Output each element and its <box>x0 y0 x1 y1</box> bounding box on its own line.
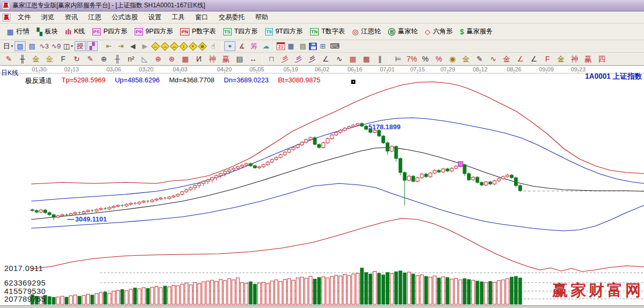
kline-chart-canvas[interactable] <box>0 66 644 308</box>
title-bar[interactable]: 赢 赢家江恩专业版[赢家内部服务平台] - [上证指数 SH1A0001-167… <box>0 0 644 11</box>
circle-ruler-icon[interactable]: ⊕ <box>98 54 110 64</box>
save-icon[interactable] <box>309 43 317 50</box>
feature-t-table-button[interactable]: TNT数字表 <box>306 26 349 38</box>
menu-item-3[interactable]: 江恩 <box>83 11 106 23</box>
pattern-mode-icon[interactable]: ▨ <box>15 41 26 51</box>
ruler-123-icon[interactable]: ▤ <box>233 54 246 64</box>
chart-area[interactable]: 01-3002-1303-0603-2004-0304-2005-0505-19… <box>0 66 644 308</box>
export-icon[interactable]: ⊞ <box>317 41 328 51</box>
feature-9t-square-button[interactable]: T99T四方形 <box>261 26 306 38</box>
menu-item-8[interactable]: 交易委托 <box>213 11 250 23</box>
diamond-vspan-button[interactable]: ↕ <box>180 42 188 51</box>
ying-tool-icon[interactable]: 赢 <box>220 54 232 64</box>
gold-red-icon[interactable]: 金 <box>500 54 513 64</box>
period-day-button[interactable]: 日 <box>3 41 14 51</box>
shen-angle-icon[interactable]: 神 <box>568 54 581 64</box>
box-frame-icon[interactable]: ⊓ <box>265 54 278 64</box>
angle-measure-icon[interactable]: ∡ <box>236 41 247 51</box>
n-mark-icon[interactable]: И <box>193 54 205 64</box>
crosshair-button[interactable]: + <box>224 41 235 51</box>
menu-item-4[interactable]: 公式选股 <box>106 11 143 23</box>
shen-tool-icon[interactable]: 神 <box>206 54 219 64</box>
si-angle-icon[interactable]: 四 <box>595 54 608 64</box>
menu-item-7[interactable]: 窗口 <box>190 11 213 23</box>
gold-circle-icon[interactable]: ◉ <box>446 54 459 64</box>
percent7-icon[interactable]: 7% <box>406 54 418 64</box>
red-grid2-icon[interactable]: ▦ <box>360 54 373 64</box>
diamond-center-button[interactable]: + <box>189 42 198 51</box>
ying-angle-icon[interactable]: 赢 <box>582 54 594 64</box>
feature-quotes-button[interactable]: ▦行情 <box>3 26 33 38</box>
compass-icon[interactable]: ⊕ <box>152 54 164 64</box>
angle-alert-icon[interactable]: ∠ <box>514 54 527 64</box>
zigzag-icon[interactable]: ∿ <box>333 54 345 64</box>
gann-fan-icon[interactable]: 彡 <box>279 54 291 64</box>
diamond-left-button[interactable]: ← <box>151 42 160 51</box>
diamond-hspan-button[interactable]: ↔ <box>170 42 179 51</box>
gann-fan-box-icon[interactable]: 彡 <box>292 54 305 64</box>
chip-distribution-icon[interactable]: 筹 <box>248 41 259 51</box>
n-square-icon[interactable]: n² <box>125 54 137 64</box>
spiral-icon[interactable]: ↻ <box>70 54 83 64</box>
candle-style-button[interactable]: ◫ <box>63 41 74 51</box>
cloud-analysis-icon[interactable]: ☁ <box>260 41 271 51</box>
gold-line-icon[interactable]: 金 <box>460 54 472 64</box>
brush-icon[interactable]: ✎ <box>84 54 97 64</box>
gann-fan-dark-icon[interactable]: 彡 <box>306 54 318 64</box>
hand-drag-button[interactable]: ☝ <box>208 41 219 51</box>
measure-arrow-icon[interactable]: ↔ <box>247 54 259 64</box>
angle-lines-icon[interactable]: ∠ <box>319 54 332 64</box>
star-web-icon[interactable]: ⊛ <box>165 54 178 64</box>
red-grid-icon[interactable]: ▦ <box>347 54 359 64</box>
menu-item-9[interactable]: 帮助 <box>250 11 273 23</box>
menu-item-2[interactable]: 资讯 <box>59 11 83 23</box>
feature-gann-wheel-button[interactable]: ◎江恩轮 <box>349 26 385 38</box>
plain-ruler-icon[interactable]: ╫ <box>111 54 124 64</box>
notes-icon[interactable]: ▤ <box>297 41 308 51</box>
diamond-expand-button[interactable]: ⊕ <box>198 42 207 51</box>
fibonacci-ruler-icon[interactable]: F <box>57 54 69 64</box>
next-bar-button[interactable]: ▶ <box>139 41 150 51</box>
percent-line-icon[interactable]: % <box>433 54 445 64</box>
wave-3-icon[interactable]: ∿3 <box>39 41 50 51</box>
feature-9p-square-button[interactable]: P99P四方形 <box>131 26 176 38</box>
feature-hexagon-button[interactable]: ◇六角形 <box>421 26 456 38</box>
feature-t-square-button[interactable]: TST四方形 <box>220 26 261 38</box>
last-bar-button[interactable]: ⇥ <box>115 41 126 51</box>
report-list-icon[interactable]: ▤ <box>27 41 38 51</box>
feature-winner-wheel-button[interactable]: Ⓑ赢家轮 <box>385 26 422 38</box>
prev-bar-button[interactable]: ◀ <box>127 41 138 51</box>
price-scale-icon[interactable]: ⊨ <box>392 54 404 64</box>
wave-9-icon[interactable]: ∿9 <box>51 41 62 51</box>
f-angle-icon[interactable]: F <box>541 54 554 64</box>
parallel-lines-icon[interactable]: ∥ <box>374 54 386 64</box>
calendar-icon[interactable]: 21 <box>277 42 285 50</box>
feature-sectors-button[interactable]: ▚板块 <box>33 26 62 38</box>
menu-item-5[interactable]: 设置 <box>143 11 166 23</box>
matrix-calculator-icon[interactable]: ▦ <box>285 41 296 51</box>
menu-item-0[interactable]: 文件 <box>13 11 36 23</box>
feature-p-table-button[interactable]: PNP数字表 <box>176 26 219 38</box>
menu-item-1[interactable]: 浏览 <box>36 11 59 23</box>
first-bar-button[interactable]: ⇤ <box>103 41 114 51</box>
gold-angle-icon[interactable]: 金 <box>555 54 567 64</box>
ink-brush-icon[interactable]: ✎ <box>473 54 486 64</box>
gold-ruler2-icon[interactable]: 金 <box>43 54 56 64</box>
gold-ruler-icon[interactable]: 金 <box>30 54 42 64</box>
web-grid-icon[interactable]: ▦ <box>179 54 192 64</box>
feature-kline-button[interactable]: ılıK线 <box>62 26 89 38</box>
angle-plain-icon[interactable]: ∠ <box>528 54 540 64</box>
color-histogram-icon[interactable]: ▞ <box>87 41 98 51</box>
percent-icon[interactable]: % <box>419 54 432 64</box>
diamond-right-button[interactable]: → <box>161 42 170 51</box>
toolbar-divider <box>389 55 389 64</box>
feature-winner-service-button[interactable]: $赢家服务 <box>456 26 496 38</box>
feature-p-square-button[interactable]: PSP四方形 <box>89 26 132 38</box>
workstation-icon[interactable]: ⌨ <box>329 41 340 51</box>
draw-pencil-icon[interactable]: ✎ <box>3 54 15 64</box>
shou-analysis-icon[interactable]: 授 <box>75 41 86 51</box>
wave-gold-icon[interactable]: ∿ <box>487 54 499 64</box>
gann-ruler-icon[interactable]: ╫ <box>16 54 29 64</box>
menu-item-6[interactable]: 工具 <box>166 11 190 23</box>
fan-angle-icon[interactable]: ◺ <box>138 54 151 64</box>
